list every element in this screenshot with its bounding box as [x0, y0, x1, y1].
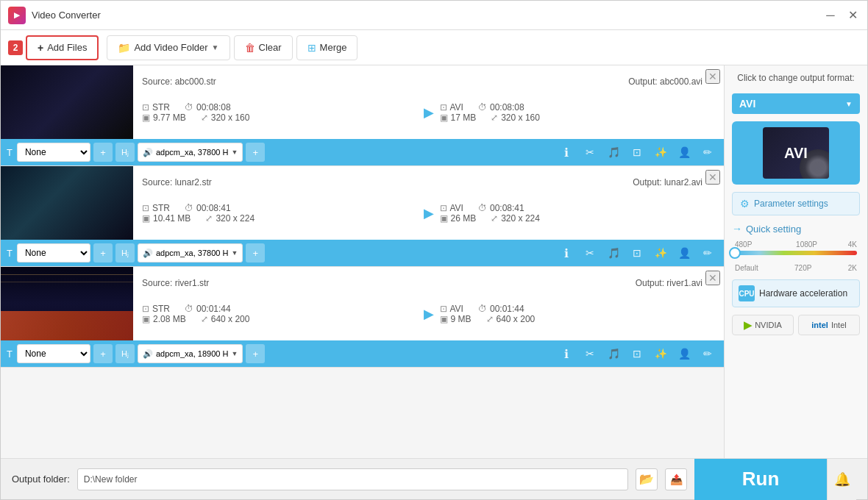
add-subtitle-button[interactable]: +: [93, 243, 113, 262]
info-row: ⊡ STR ⏱ 00:01:44: [142, 298, 715, 330]
info-button[interactable]: ℹ: [556, 143, 577, 162]
source-name: Source: abc000.str: [142, 76, 216, 87]
output-path-display: D:\New folder: [77, 468, 628, 490]
add-subtitle-button[interactable]: +: [93, 143, 113, 162]
close-button[interactable]: ✕: [845, 8, 860, 23]
bottom-bar: Output folder: D:\New folder 📂 📤 Run 🔔: [1, 458, 867, 499]
out-meta: ⊡ AVI ⏱ 00:01:44: [440, 304, 716, 314]
size-item: ▣ 9.77 MB: [142, 113, 186, 123]
subtitle-edit-button[interactable]: ✏: [697, 243, 718, 262]
subtitle-select[interactable]: None: [17, 243, 90, 262]
arrow-col: ▶: [418, 197, 440, 229]
output-name: Output: river1.avi ✏: [636, 277, 715, 288]
out-size-item: ▣ 26 MB: [440, 213, 477, 224]
quick-setting: → Quick setting 480P 1080P 4K Default: [732, 223, 860, 272]
subtitle-settings-button[interactable]: Hⱼ: [115, 243, 135, 262]
file-info: Source: abc000.str Output: abc000.avi ✏: [133, 65, 724, 139]
format-header: Click to change output format:: [732, 73, 860, 83]
audio-icon: 🔊: [143, 148, 153, 157]
subtitle-settings-button[interactable]: Hⱼ: [115, 143, 135, 162]
run-button[interactable]: Run: [694, 459, 827, 500]
effects-button[interactable]: ✨: [650, 344, 671, 363]
out-meta-2: ▣ 17 MB ⤢ 320 x 160: [440, 113, 716, 123]
export-button[interactable]: 📤: [665, 468, 687, 490]
info-button[interactable]: ℹ: [556, 344, 577, 363]
clock-icon: ⏱: [185, 304, 193, 314]
file-list: Source: abc000.str Output: abc000.avi ✏: [1, 65, 724, 458]
out-format-item: ⊡ AVI: [440, 203, 463, 213]
audio-select[interactable]: 🔊 adpcm_xa, 18900 H ▼: [138, 344, 243, 363]
add-files-button[interactable]: + Add Files: [26, 35, 99, 60]
intel-button[interactable]: intel Intel: [798, 315, 860, 335]
subtitle-edit-button[interactable]: ✏: [697, 344, 718, 363]
add-audio-button[interactable]: +: [246, 243, 265, 262]
info-button[interactable]: ℹ: [556, 243, 577, 262]
out-size-icon: ▣: [440, 314, 448, 324]
audio-select[interactable]: 🔊 adpcm_xa, 37800 H ▼: [138, 143, 243, 162]
watermark-button[interactable]: 👤: [674, 143, 694, 162]
output-col: ⊡ AVI ⏱ 00:08:08: [440, 96, 716, 129]
crop-button[interactable]: ⊡: [627, 243, 647, 262]
out-res: 320 x 224: [501, 213, 540, 224]
alarm-button[interactable]: 🔔: [827, 459, 856, 500]
info-row: ⊡ STR ⏱ 00:08:41: [142, 197, 715, 229]
format-selector[interactable]: AVI ▼: [732, 93, 860, 114]
close-file-button[interactable]: ✕: [705, 271, 720, 285]
hw-acceleration[interactable]: CPU Hardware acceleration: [732, 279, 860, 307]
crop-button[interactable]: ⊡: [627, 344, 647, 363]
cut-button[interactable]: ✂: [580, 243, 600, 262]
audio-edit-button[interactable]: 🎵: [603, 243, 624, 262]
format-icon: ⊡: [142, 102, 149, 113]
out-format-item: ⊡ AVI: [440, 102, 463, 113]
src-res: 640 x 200: [211, 314, 250, 324]
crop-button[interactable]: ⊡: [627, 143, 647, 162]
file-source-row: Source: lunar2.str Output: lunar2.avi ✏: [142, 176, 715, 188]
watermark-button[interactable]: 👤: [674, 243, 694, 262]
nvidia-button[interactable]: ▶ NVIDIA: [732, 315, 794, 335]
close-file-button[interactable]: ✕: [705, 170, 720, 185]
alarm-icon: 🔔: [834, 471, 850, 488]
effects-button[interactable]: ✨: [650, 143, 671, 162]
slider-wrapper[interactable]: [735, 251, 857, 262]
res-icon: ⤢: [205, 213, 213, 224]
clear-label: Clear: [259, 42, 282, 53]
audio-edit-button[interactable]: 🎵: [603, 143, 624, 162]
minimize-button[interactable]: ─: [823, 8, 838, 23]
audio-edit-button[interactable]: 🎵: [603, 344, 624, 363]
browse-folder-button[interactable]: 📂: [636, 468, 658, 490]
cut-button[interactable]: ✂: [580, 143, 600, 162]
file-meta: ⊡ STR ⏱ 00:08:41: [142, 203, 418, 213]
parameter-settings-button[interactable]: ⚙ Parameter settings: [732, 192, 860, 215]
output-col: ⊡ AVI ⏱ 00:08:41: [440, 197, 716, 229]
subtitle-edit-button[interactable]: ✏: [697, 143, 718, 162]
clear-button[interactable]: 🗑 Clear: [234, 35, 293, 60]
audio-select[interactable]: 🔊 adpcm_xa, 37800 H ▼: [138, 243, 243, 262]
hw-acceleration-label: Hardware acceleration: [759, 288, 847, 299]
add-audio-button[interactable]: +: [246, 344, 265, 363]
format-selector-label: AVI: [739, 98, 755, 110]
effects-button[interactable]: ✨: [650, 243, 671, 262]
size-item: ▣ 10.41 MB: [142, 213, 191, 224]
out-size: 9 MB: [451, 314, 472, 324]
format-item: ⊡ STR: [142, 102, 170, 113]
slider-thumb[interactable]: [729, 247, 741, 259]
src-format: STR: [152, 102, 170, 113]
trash-icon: 🗑: [245, 42, 255, 54]
clock-icon: ⏱: [185, 102, 193, 113]
param-settings-label: Parameter settings: [754, 199, 828, 209]
out-size: 26 MB: [451, 213, 477, 224]
subtitle-select[interactable]: None: [17, 143, 90, 162]
watermark-button[interactable]: 👤: [674, 344, 694, 363]
subtitle-settings-button[interactable]: Hⱼ: [115, 344, 135, 363]
cut-button[interactable]: ✂: [580, 344, 600, 363]
subtitle-select[interactable]: None: [17, 344, 90, 363]
audio-dropdown-icon: ▼: [231, 249, 238, 257]
size-item: ▣ 2.08 MB: [142, 314, 186, 324]
close-file-button[interactable]: ✕: [705, 69, 720, 84]
merge-button[interactable]: ⊞ Merge: [296, 35, 358, 60]
add-audio-button[interactable]: +: [246, 143, 265, 162]
add-subtitle-button[interactable]: +: [93, 344, 113, 363]
out-res-item: ⤢ 320 x 224: [491, 213, 540, 224]
add-folder-button[interactable]: 📁 Add Video Folder ▼: [107, 35, 230, 60]
param-icon: ⚙: [740, 198, 750, 210]
